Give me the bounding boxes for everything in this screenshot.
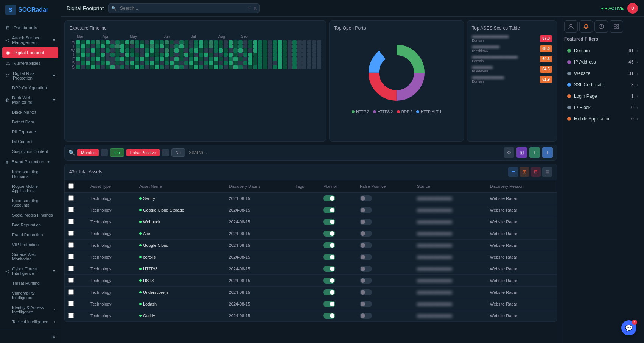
row-false-positive[interactable]	[356, 287, 413, 298]
sidebar-item-black-market[interactable]: Black Market	[0, 107, 61, 117]
monitor-toggle[interactable]	[323, 289, 335, 295]
sidebar-item-impersonating-domains[interactable]: Impersonating Domains	[0, 167, 61, 181]
table-search-input[interactable]	[187, 148, 501, 157]
row-checkbox[interactable]	[68, 207, 74, 212]
featured-filter-item[interactable]: IP Block 0 ›	[564, 102, 641, 113]
sidebar-item-botnet[interactable]: Botnet Data	[0, 117, 61, 127]
sidebar-item-rogue-mobile[interactable]: Rogue Mobile Applications	[0, 181, 61, 196]
row-checkbox[interactable]	[68, 195, 74, 201]
featured-filter-item[interactable]: Mobile Application 0 ›	[564, 114, 641, 124]
view-grid-btn[interactable]: ⊞	[520, 167, 529, 177]
false-positive-toggle[interactable]	[360, 266, 372, 272]
monitor-toggle[interactable]	[323, 278, 335, 284]
false-positive-toggle[interactable]	[360, 254, 372, 260]
ases-item[interactable]: ■■■■■■■■■■■■■■■■■■■■ Domain 64.6	[472, 55, 552, 63]
row-monitor[interactable]	[319, 263, 356, 275]
sidebar-item-impersonating-accounts[interactable]: Impersonating Accounts	[0, 196, 61, 210]
filter-plus-icon[interactable]: +	[542, 147, 553, 158]
view-list-btn[interactable]: ☰	[508, 167, 518, 177]
sidebar-item-cyber-threat[interactable]: ◎ Cyber Threat Intelligence ▾	[0, 264, 61, 278]
sidebar-item-vuln-intel[interactable]: Vulnerability Intelligence	[0, 288, 61, 302]
row-checkbox[interactable]	[68, 289, 74, 295]
sidebar-item-dark-web[interactable]: ◐ Dark Web Monitoring ▾	[0, 93, 61, 107]
false-positive-toggle[interactable]	[360, 231, 372, 237]
false-positive-toggle[interactable]	[360, 289, 372, 295]
row-checkbox[interactable]	[68, 301, 74, 306]
false-positive-toggle[interactable]	[360, 207, 372, 213]
monitor-toggle[interactable]	[323, 231, 335, 237]
sidebar-item-drp-config[interactable]: DRP Configuration	[0, 83, 61, 93]
monitor-toggle[interactable]	[323, 254, 335, 260]
row-monitor[interactable]	[319, 251, 356, 263]
false-positive-toggle[interactable]	[360, 278, 372, 284]
sidebar-item-pii[interactable]: PII Exposure	[0, 127, 61, 137]
row-monitor[interactable]	[319, 216, 356, 228]
row-false-positive[interactable]	[356, 275, 413, 287]
featured-filter-item[interactable]: IP Address 45 ›	[564, 57, 641, 67]
row-false-positive[interactable]	[356, 228, 413, 240]
tab-clock[interactable]	[594, 20, 608, 33]
ases-item[interactable]: ■■■■■■■■■■■■ IP Address 68.0	[472, 45, 552, 53]
row-monitor[interactable]	[319, 193, 356, 204]
search-clear-btn[interactable]: ✕	[247, 6, 250, 10]
row-false-positive[interactable]	[356, 298, 413, 310]
sidebar-item-digital-footprint[interactable]: ◉ Digital Footprint	[2, 47, 58, 58]
sidebar-item-bad-reputation[interactable]: Bad Reputation	[0, 220, 61, 230]
ases-item[interactable]: ■■■■■■■■■■■■■■ Domain 61.9	[472, 75, 552, 83]
featured-filter-item[interactable]: Website 31 ›	[564, 68, 641, 79]
false-positive-filter-btn[interactable]: False Positive	[126, 149, 160, 156]
row-checkbox[interactable]	[68, 242, 74, 248]
row-monitor[interactable]	[319, 310, 356, 322]
sidebar-item-fraud-protection[interactable]: Fraud Protection	[0, 230, 61, 240]
row-monitor[interactable]	[319, 298, 356, 310]
monitor-toggle[interactable]	[323, 301, 335, 307]
false-positive-toggle[interactable]	[360, 242, 372, 248]
sidebar-item-suspicious[interactable]: Suspicious Content	[0, 147, 61, 156]
sidebar-collapse-btn[interactable]: «	[0, 330, 61, 343]
row-checkbox[interactable]	[68, 313, 74, 318]
eq2-btn[interactable]: =	[162, 149, 169, 156]
no-filter-btn[interactable]: No	[171, 148, 185, 157]
col-discovery-date[interactable]: Discovery Date ↓	[225, 180, 292, 193]
filter-grid-icon[interactable]: ⊞	[516, 147, 527, 158]
select-all-checkbox[interactable]	[68, 183, 74, 189]
row-false-positive[interactable]	[356, 310, 413, 322]
featured-filter-item[interactable]: Domain 61 ›	[564, 45, 641, 56]
row-false-positive[interactable]	[356, 216, 413, 228]
false-positive-toggle[interactable]	[360, 313, 372, 319]
row-false-positive[interactable]	[356, 251, 413, 263]
sidebar-item-identity[interactable]: Identity & Access Intelligence ›	[0, 302, 61, 317]
filter-settings-icon[interactable]: ⚙	[504, 147, 514, 158]
search-input[interactable]	[108, 3, 260, 13]
row-checkbox[interactable]	[68, 231, 74, 236]
row-checkbox[interactable]	[68, 219, 74, 224]
monitor-toggle[interactable]	[323, 242, 335, 248]
sidebar-item-tactical-intel[interactable]: Tactical Intelligence ›	[0, 317, 61, 327]
sidebar-item-digital-risk[interactable]: 🛡 Digital Risk Protection ▾	[0, 69, 61, 83]
monitor-toggle[interactable]	[323, 266, 335, 272]
sidebar-item-brand-protection[interactable]: ◈ Brand Protection ▾	[0, 156, 61, 167]
monitor-toggle[interactable]	[323, 219, 335, 225]
row-monitor[interactable]	[319, 228, 356, 240]
false-positive-toggle[interactable]	[360, 195, 372, 201]
view-card-btn[interactable]: ⊟	[531, 167, 541, 177]
featured-filter-item[interactable]: SSL Certificate 3 ›	[564, 80, 641, 90]
row-monitor[interactable]	[319, 204, 356, 216]
ases-item[interactable]: ■■■■■■■■■ IP Address 64.5	[472, 65, 552, 73]
row-monitor[interactable]	[319, 275, 356, 287]
sidebar-item-im[interactable]: IM Content	[0, 137, 61, 147]
featured-filter-item[interactable]: Login Page 1 ›	[564, 91, 641, 101]
monitor-filter-btn[interactable]: Monitor	[77, 149, 99, 156]
monitor-toggle[interactable]	[323, 195, 335, 201]
row-false-positive[interactable]	[356, 193, 413, 204]
tab-user[interactable]	[564, 20, 578, 33]
ases-item[interactable]: ■■■■■■■■■■■■■■■■ Domain 87.0	[472, 34, 552, 42]
row-false-positive[interactable]	[356, 240, 413, 251]
sidebar-item-dashboards[interactable]: ⊞ Dashboards	[0, 22, 61, 33]
avatar[interactable]: U	[627, 3, 638, 14]
sidebar-item-threat-hunting[interactable]: Threat Hunting	[0, 278, 61, 288]
row-monitor[interactable]	[319, 287, 356, 298]
chat-button[interactable]: 💬 1	[621, 320, 636, 335]
row-monitor[interactable]	[319, 240, 356, 251]
row-checkbox[interactable]	[68, 266, 74, 271]
